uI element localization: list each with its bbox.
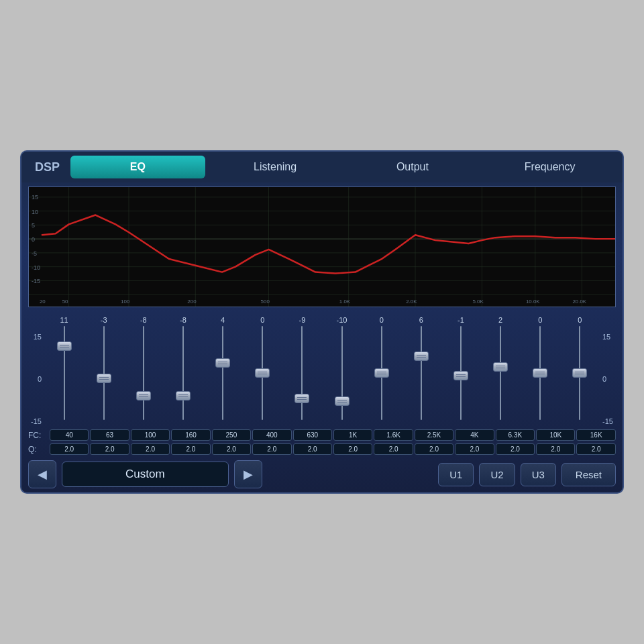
svg-text:5.0K: 5.0K bbox=[472, 299, 484, 305]
fader-value-12: 0 bbox=[538, 314, 542, 326]
fader-track-11[interactable] bbox=[495, 326, 506, 420]
fc-cell-3[interactable]: 160 bbox=[171, 429, 210, 441]
fader-col-6: -9 bbox=[282, 314, 322, 428]
fader-handle-13[interactable] bbox=[572, 368, 587, 378]
fader-col-11: 2 bbox=[481, 314, 521, 428]
svg-text:10: 10 bbox=[32, 209, 38, 215]
fader-handle-10[interactable] bbox=[453, 371, 468, 380]
fader-value-11: 2 bbox=[498, 314, 502, 326]
q-label: Q: bbox=[28, 445, 50, 454]
fader-col-8: 0 bbox=[362, 314, 401, 428]
fader-handle-4[interactable] bbox=[215, 358, 230, 368]
q-cell-0[interactable]: 2.0 bbox=[50, 443, 89, 455]
fader-track-line-7 bbox=[341, 326, 343, 420]
tab-listening[interactable]: Listening bbox=[208, 156, 343, 178]
tab-output[interactable]: Output bbox=[345, 156, 480, 178]
fader-handle-2[interactable] bbox=[136, 391, 151, 400]
q-cell-13[interactable]: 2.0 bbox=[576, 443, 615, 455]
fader-track-6[interactable] bbox=[297, 326, 307, 420]
fader-track-2[interactable] bbox=[138, 326, 149, 420]
q-cell-3[interactable]: 2.0 bbox=[171, 443, 210, 455]
fader-track-10[interactable] bbox=[455, 326, 466, 420]
fc-cell-5[interactable]: 400 bbox=[252, 429, 291, 441]
fader-col-13: 0 bbox=[560, 314, 600, 428]
eq-graph: 15 10 5 0 -5 -10 -15 20 50 100 200 500 1… bbox=[28, 186, 616, 307]
fader-track-7[interactable] bbox=[337, 326, 347, 420]
tab-frequency[interactable]: Frequency bbox=[482, 156, 617, 178]
fc-cell-2[interactable]: 100 bbox=[131, 429, 170, 441]
fader-track-0[interactable] bbox=[59, 326, 70, 420]
next-button[interactable]: ▶ bbox=[234, 460, 262, 488]
fader-track-13[interactable] bbox=[574, 326, 585, 420]
fc-cell-7[interactable]: 1K bbox=[333, 429, 372, 441]
fader-track-9[interactable] bbox=[416, 326, 427, 420]
fader-col-5: 0 bbox=[243, 314, 282, 428]
fc-cell-8[interactable]: 1.6K bbox=[374, 429, 413, 441]
fc-label: FC: bbox=[28, 431, 50, 440]
svg-text:20: 20 bbox=[40, 299, 46, 305]
q-cell-8[interactable]: 2.0 bbox=[374, 443, 413, 455]
svg-text:20.0K: 20.0K bbox=[572, 299, 586, 305]
fader-value-3: -8 bbox=[180, 314, 186, 326]
fader-track-line-3 bbox=[182, 326, 184, 420]
fc-cell-4[interactable]: 250 bbox=[212, 429, 251, 441]
fader-value-5: 0 bbox=[260, 314, 264, 326]
fader-track-line-6 bbox=[301, 326, 303, 420]
fader-handle-11[interactable] bbox=[493, 362, 508, 372]
fader-track-1[interactable] bbox=[99, 326, 109, 420]
fader-handle-3[interactable] bbox=[176, 391, 191, 400]
fc-cell-13[interactable]: 16K bbox=[576, 429, 615, 441]
fc-cell-0[interactable]: 40 bbox=[50, 429, 89, 441]
fader-handle-9[interactable] bbox=[414, 352, 429, 361]
bottom-bar: ◀ Custom ▶ U1 U2 U3 Reset bbox=[21, 456, 623, 492]
fader-track-3[interactable] bbox=[178, 326, 189, 420]
q-cell-2[interactable]: 2.0 bbox=[131, 443, 170, 455]
u3-button[interactable]: U3 bbox=[521, 463, 556, 486]
fader-track-12[interactable] bbox=[535, 326, 545, 420]
fader-track-8[interactable] bbox=[376, 326, 387, 420]
fader-handle-12[interactable] bbox=[533, 368, 547, 378]
fader-handle-0[interactable] bbox=[57, 341, 72, 351]
tab-eq[interactable]: EQ bbox=[70, 156, 205, 178]
fader-handle-7[interactable] bbox=[335, 396, 350, 406]
q-cell-7[interactable]: 2.0 bbox=[333, 443, 372, 455]
fader-scale-right: 15 0 -15 bbox=[600, 314, 616, 428]
fader-handle-1[interactable] bbox=[97, 374, 111, 383]
fc-cell-9[interactable]: 2.5K bbox=[415, 429, 453, 441]
q-cell-4[interactable]: 2.0 bbox=[212, 443, 251, 455]
q-cell-10[interactable]: 2.0 bbox=[455, 443, 494, 455]
q-cell-12[interactable]: 2.0 bbox=[536, 443, 575, 455]
fader-handle-8[interactable] bbox=[374, 368, 389, 378]
fader-track-line-2 bbox=[143, 326, 144, 420]
q-cell-9[interactable]: 2.0 bbox=[415, 443, 453, 455]
svg-text:500: 500 bbox=[261, 299, 270, 305]
q-cell-1[interactable]: 2.0 bbox=[90, 443, 129, 455]
q-cell-11[interactable]: 2.0 bbox=[496, 443, 535, 455]
u1-button[interactable]: U1 bbox=[438, 463, 474, 486]
fc-cell-10[interactable]: 4K bbox=[455, 429, 494, 441]
prev-button[interactable]: ◀ bbox=[28, 460, 56, 488]
fader-track-line-0 bbox=[64, 326, 65, 420]
fader-handle-6[interactable] bbox=[294, 394, 309, 403]
fc-cell-11[interactable]: 6.3K bbox=[496, 429, 535, 441]
q-row: Q: 2.02.02.02.02.02.02.02.02.02.02.02.02… bbox=[21, 442, 623, 456]
tab-bar: DSP EQ Listening Output Frequency bbox=[21, 152, 623, 182]
fader-track-4[interactable] bbox=[217, 326, 228, 420]
fader-handle-5[interactable] bbox=[255, 368, 270, 378]
fc-cell-12[interactable]: 10K bbox=[536, 429, 575, 441]
fader-col-9: 6 bbox=[401, 314, 441, 428]
svg-text:0: 0 bbox=[32, 236, 35, 243]
fader-value-7: -10 bbox=[337, 314, 347, 326]
fader-track-line-9 bbox=[421, 326, 422, 420]
fc-cell-1[interactable]: 63 bbox=[90, 429, 129, 441]
q-cell-6[interactable]: 2.0 bbox=[293, 443, 332, 455]
fader-track-5[interactable] bbox=[257, 326, 268, 420]
fader-col-0: 11 bbox=[44, 314, 84, 428]
svg-text:10.0K: 10.0K bbox=[526, 299, 540, 305]
eq-graph-svg: 15 10 5 0 -5 -10 -15 20 50 100 200 500 1… bbox=[29, 187, 615, 307]
reset-button[interactable]: Reset bbox=[561, 463, 616, 486]
q-cell-5[interactable]: 2.0 bbox=[252, 443, 291, 455]
fc-cell-6[interactable]: 630 bbox=[293, 429, 332, 441]
u2-button[interactable]: U2 bbox=[479, 463, 515, 486]
fader-value-0: 11 bbox=[60, 314, 68, 326]
